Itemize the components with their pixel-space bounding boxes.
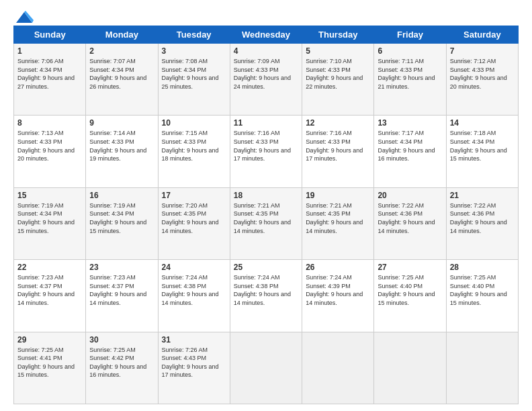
day-number: 15 (17, 191, 82, 200)
day-number: 3 (162, 46, 226, 56)
calendar-cell: 14Sunrise: 7:18 AMSunset: 4:34 PMDayligh… (446, 116, 518, 187)
weekday-header: Sunday (14, 26, 86, 44)
calendar-body: 1Sunrise: 7:06 AMSunset: 4:34 PMDaylight… (14, 44, 519, 404)
weekday-header: Wednesday (230, 26, 302, 44)
day-info: Sunrise: 7:24 AMSunset: 4:38 PMDaylight:… (234, 273, 298, 307)
day-info: Sunrise: 7:11 AMSunset: 4:33 PMDaylight:… (378, 57, 442, 91)
logo (13, 11, 34, 21)
day-number: 10 (162, 118, 226, 128)
day-number: 11 (234, 118, 298, 128)
calendar-cell: 16Sunrise: 7:19 AMSunset: 4:34 PMDayligh… (86, 187, 158, 259)
day-info: Sunrise: 7:09 AMSunset: 4:33 PMDaylight:… (234, 57, 298, 91)
day-number: 9 (89, 118, 154, 128)
calendar-cell: 25Sunrise: 7:24 AMSunset: 4:38 PMDayligh… (230, 260, 302, 332)
calendar-cell: 31Sunrise: 7:26 AMSunset: 4:43 PMDayligh… (158, 332, 230, 404)
calendar-table: SundayMondayTuesdayWednesdayThursdayFrid… (13, 26, 519, 404)
day-info: Sunrise: 7:07 AMSunset: 4:34 PMDaylight:… (89, 57, 154, 91)
day-info: Sunrise: 7:26 AMSunset: 4:43 PMDaylight:… (162, 346, 226, 379)
day-number: 5 (306, 46, 370, 56)
calendar-cell (230, 332, 302, 404)
calendar-cell: 13Sunrise: 7:17 AMSunset: 4:34 PMDayligh… (374, 116, 446, 187)
calendar-cell: 22Sunrise: 7:23 AMSunset: 4:37 PMDayligh… (14, 260, 86, 332)
day-number: 22 (17, 263, 82, 272)
calendar-header-row: SundayMondayTuesdayWednesdayThursdayFrid… (14, 26, 519, 44)
calendar-cell: 9Sunrise: 7:14 AMSunset: 4:33 PMDaylight… (86, 116, 158, 187)
day-info: Sunrise: 7:16 AMSunset: 4:33 PMDaylight:… (306, 129, 370, 163)
day-info: Sunrise: 7:16 AMSunset: 4:33 PMDaylight:… (234, 129, 298, 163)
day-number: 7 (450, 46, 515, 56)
weekday-header: Thursday (302, 26, 374, 44)
day-number: 16 (89, 191, 154, 200)
calendar-cell: 27Sunrise: 7:25 AMSunset: 4:40 PMDayligh… (374, 260, 446, 332)
day-info: Sunrise: 7:15 AMSunset: 4:33 PMDaylight:… (162, 129, 226, 163)
calendar-cell: 15Sunrise: 7:19 AMSunset: 4:34 PMDayligh… (14, 187, 86, 259)
day-number: 24 (162, 263, 226, 272)
calendar-cell: 21Sunrise: 7:22 AMSunset: 4:36 PMDayligh… (446, 187, 518, 259)
day-number: 26 (306, 263, 370, 272)
calendar-cell: 2Sunrise: 7:07 AMSunset: 4:34 PMDaylight… (86, 44, 158, 116)
weekday-header: Monday (86, 26, 158, 44)
calendar-week-row: 29Sunrise: 7:25 AMSunset: 4:41 PMDayligh… (14, 332, 519, 404)
day-info: Sunrise: 7:06 AMSunset: 4:34 PMDaylight:… (17, 57, 82, 91)
day-number: 17 (162, 191, 226, 200)
day-info: Sunrise: 7:19 AMSunset: 4:34 PMDaylight:… (89, 201, 154, 235)
day-info: Sunrise: 7:25 AMSunset: 4:40 PMDaylight:… (378, 273, 442, 307)
calendar-cell (446, 332, 518, 404)
day-number: 4 (234, 46, 298, 56)
day-info: Sunrise: 7:08 AMSunset: 4:34 PMDaylight:… (162, 57, 226, 91)
day-info: Sunrise: 7:24 AMSunset: 4:39 PMDaylight:… (306, 273, 370, 307)
day-info: Sunrise: 7:17 AMSunset: 4:34 PMDaylight:… (378, 129, 442, 163)
calendar-cell: 12Sunrise: 7:16 AMSunset: 4:33 PMDayligh… (302, 116, 374, 187)
weekday-header: Tuesday (158, 26, 230, 44)
day-number: 29 (17, 335, 82, 345)
calendar-cell: 1Sunrise: 7:06 AMSunset: 4:34 PMDaylight… (14, 44, 86, 116)
day-info: Sunrise: 7:18 AMSunset: 4:34 PMDaylight:… (450, 129, 515, 163)
calendar-cell: 8Sunrise: 7:13 AMSunset: 4:33 PMDaylight… (14, 116, 86, 187)
day-number: 1 (17, 46, 82, 56)
calendar-cell: 5Sunrise: 7:10 AMSunset: 4:33 PMDaylight… (302, 44, 374, 116)
page: SundayMondayTuesdayWednesdayThursdayFrid… (0, 0, 532, 411)
day-info: Sunrise: 7:24 AMSunset: 4:38 PMDaylight:… (162, 273, 226, 307)
weekday-header: Saturday (446, 26, 518, 44)
day-info: Sunrise: 7:21 AMSunset: 4:35 PMDaylight:… (306, 201, 370, 235)
calendar-cell: 20Sunrise: 7:22 AMSunset: 4:36 PMDayligh… (374, 187, 446, 259)
day-number: 21 (450, 191, 515, 200)
day-number: 19 (306, 191, 370, 200)
day-info: Sunrise: 7:22 AMSunset: 4:36 PMDaylight:… (378, 201, 442, 235)
day-number: 30 (89, 335, 154, 345)
calendar-week-row: 8Sunrise: 7:13 AMSunset: 4:33 PMDaylight… (14, 116, 519, 187)
calendar-cell (302, 332, 374, 404)
day-info: Sunrise: 7:10 AMSunset: 4:33 PMDaylight:… (306, 57, 370, 91)
day-number: 23 (89, 263, 154, 272)
header (13, 11, 519, 21)
calendar-cell: 29Sunrise: 7:25 AMSunset: 4:41 PMDayligh… (14, 332, 86, 404)
calendar-cell: 24Sunrise: 7:24 AMSunset: 4:38 PMDayligh… (158, 260, 230, 332)
day-number: 20 (378, 191, 442, 200)
calendar-cell: 3Sunrise: 7:08 AMSunset: 4:34 PMDaylight… (158, 44, 230, 116)
day-info: Sunrise: 7:25 AMSunset: 4:42 PMDaylight:… (89, 346, 154, 379)
calendar-cell (374, 332, 446, 404)
day-number: 6 (378, 46, 442, 56)
calendar-cell: 28Sunrise: 7:25 AMSunset: 4:40 PMDayligh… (446, 260, 518, 332)
calendar-week-row: 15Sunrise: 7:19 AMSunset: 4:34 PMDayligh… (14, 187, 519, 259)
day-number: 13 (378, 118, 442, 128)
day-info: Sunrise: 7:19 AMSunset: 4:34 PMDaylight:… (17, 201, 82, 235)
day-number: 18 (234, 191, 298, 200)
day-info: Sunrise: 7:25 AMSunset: 4:40 PMDaylight:… (450, 273, 515, 307)
logo-text (13, 11, 34, 24)
day-number: 2 (89, 46, 154, 56)
day-info: Sunrise: 7:14 AMSunset: 4:33 PMDaylight:… (89, 129, 154, 163)
day-info: Sunrise: 7:21 AMSunset: 4:35 PMDaylight:… (234, 201, 298, 235)
day-number: 25 (234, 263, 298, 272)
calendar-cell: 23Sunrise: 7:23 AMSunset: 4:37 PMDayligh… (86, 260, 158, 332)
day-info: Sunrise: 7:22 AMSunset: 4:36 PMDaylight:… (450, 201, 515, 235)
calendar-cell: 30Sunrise: 7:25 AMSunset: 4:42 PMDayligh… (86, 332, 158, 404)
calendar-cell: 6Sunrise: 7:11 AMSunset: 4:33 PMDaylight… (374, 44, 446, 116)
weekday-header: Friday (374, 26, 446, 44)
day-number: 12 (306, 118, 370, 128)
calendar-cell: 17Sunrise: 7:20 AMSunset: 4:35 PMDayligh… (158, 187, 230, 259)
logo-icon (15, 11, 34, 24)
day-info: Sunrise: 7:23 AMSunset: 4:37 PMDaylight:… (89, 273, 154, 307)
calendar-cell: 19Sunrise: 7:21 AMSunset: 4:35 PMDayligh… (302, 187, 374, 259)
calendar-week-row: 22Sunrise: 7:23 AMSunset: 4:37 PMDayligh… (14, 260, 519, 332)
